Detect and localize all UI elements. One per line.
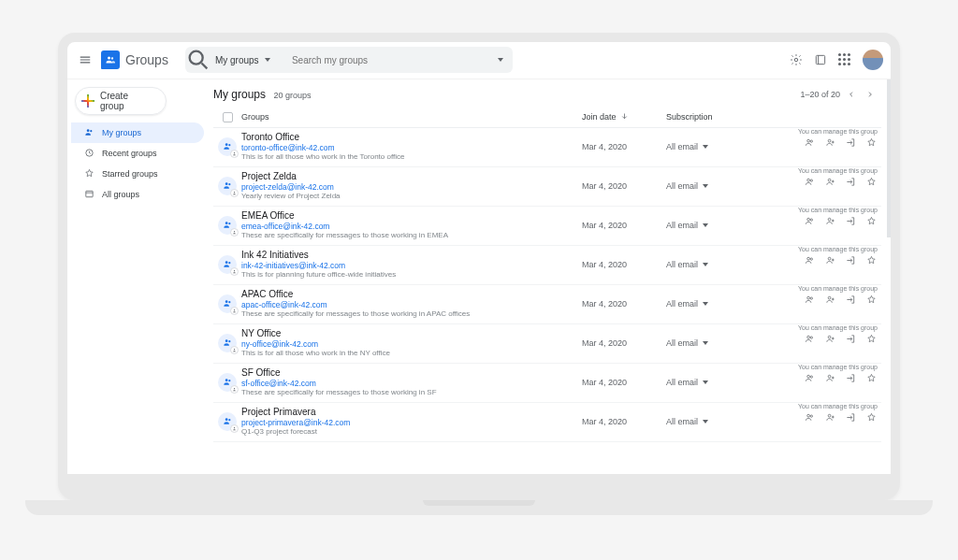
members-icon[interactable] bbox=[803, 372, 816, 385]
col-header-join-date[interactable]: Join date bbox=[582, 112, 666, 122]
join-date: Mar 4, 2020 bbox=[582, 246, 666, 284]
members-icon[interactable] bbox=[803, 176, 816, 189]
members-icon[interactable] bbox=[803, 215, 816, 228]
subscription-dropdown[interactable]: All email bbox=[666, 142, 708, 151]
table-row[interactable]: Project Zelda project-zelda@ink-42.com Y… bbox=[213, 167, 881, 207]
search-icon[interactable] bbox=[185, 47, 211, 73]
star-icon[interactable] bbox=[864, 372, 878, 385]
add-member-icon[interactable] bbox=[823, 333, 836, 346]
subscription-dropdown[interactable]: All email bbox=[666, 260, 708, 269]
svg-point-51 bbox=[225, 418, 227, 421]
star-icon[interactable] bbox=[864, 411, 878, 424]
table-row[interactable]: NY Office ny-office@ink-42.com This is f… bbox=[213, 324, 881, 364]
chevron-down-icon bbox=[703, 381, 708, 384]
sort-desc-icon bbox=[620, 112, 629, 122]
manage-hint: You can manage this group bbox=[798, 403, 878, 409]
add-member-icon[interactable] bbox=[823, 254, 836, 267]
members-icon[interactable] bbox=[803, 333, 816, 346]
star-icon[interactable] bbox=[864, 176, 878, 189]
search-filter-dropdown[interactable]: My groups bbox=[211, 55, 286, 65]
app-screen: Groups My groups bbox=[67, 42, 891, 474]
group-email[interactable]: project-primavera@ink-42.com bbox=[241, 418, 582, 428]
table-row[interactable]: Toronto Office toronto-office@ink-42.com… bbox=[213, 128, 881, 167]
help-icon[interactable] bbox=[808, 48, 833, 72]
members-icon[interactable] bbox=[803, 411, 816, 424]
add-member-icon[interactable] bbox=[823, 136, 836, 150]
group-email[interactable]: ny-office@ink-42.com bbox=[241, 339, 582, 350]
leave-group-icon[interactable] bbox=[844, 254, 857, 267]
group-email[interactable]: toronto-office@ink-42.com bbox=[241, 143, 582, 153]
leave-group-icon[interactable] bbox=[844, 215, 857, 228]
svg-point-15 bbox=[225, 182, 227, 185]
subscription-label: All email bbox=[666, 417, 698, 426]
search-input[interactable] bbox=[286, 55, 488, 65]
sidebar-item-all-groups[interactable]: All groups bbox=[71, 184, 204, 205]
sidebar-item-starred-groups[interactable]: Starred groups bbox=[71, 164, 204, 184]
sidebar-item-recent-groups[interactable]: Recent groups bbox=[71, 143, 204, 164]
owner-badge-icon bbox=[230, 267, 239, 276]
star-icon[interactable] bbox=[864, 136, 878, 150]
create-group-button[interactable]: Create group bbox=[75, 87, 167, 115]
leave-group-icon[interactable] bbox=[844, 176, 857, 189]
table-row[interactable]: Ink 42 Initiatives ink-42-initiatives@in… bbox=[213, 246, 881, 285]
group-email[interactable]: ink-42-initiatives@ink-42.com bbox=[241, 261, 582, 271]
add-member-icon[interactable] bbox=[823, 176, 836, 189]
group-email[interactable]: emea-office@ink-42.com bbox=[241, 222, 582, 232]
sidebar-item-my-groups[interactable]: My groups bbox=[71, 122, 204, 143]
leave-group-icon[interactable] bbox=[844, 372, 857, 385]
avatar[interactable] bbox=[863, 50, 883, 70]
add-member-icon[interactable] bbox=[823, 294, 836, 307]
apps-icon[interactable] bbox=[833, 48, 857, 72]
table-row[interactable]: EMEA Office emea-office@ink-42.com These… bbox=[213, 207, 881, 246]
add-member-icon[interactable] bbox=[823, 372, 836, 385]
leave-group-icon[interactable] bbox=[844, 333, 857, 346]
menu-icon[interactable] bbox=[73, 48, 97, 72]
subscription-dropdown[interactable]: All email bbox=[666, 417, 708, 426]
table-row[interactable]: Project Primavera project-primavera@ink-… bbox=[213, 403, 881, 442]
pager-next[interactable] bbox=[863, 87, 878, 102]
manage-hint: You can manage this group bbox=[798, 246, 878, 252]
group-email[interactable]: project-zelda@ink-42.com bbox=[241, 182, 582, 193]
leave-group-icon[interactable] bbox=[844, 411, 857, 424]
table-row[interactable]: SF Office sf-office@ink-42.com These are… bbox=[213, 364, 881, 403]
members-icon[interactable] bbox=[803, 136, 816, 150]
svg-rect-4 bbox=[816, 55, 824, 64]
star-icon[interactable] bbox=[864, 215, 878, 228]
manage-hint: You can manage this group bbox=[798, 167, 878, 174]
scrollbar[interactable] bbox=[887, 79, 891, 474]
select-all-checkbox[interactable] bbox=[223, 112, 233, 122]
star-icon[interactable] bbox=[864, 254, 878, 267]
search-options-dropdown[interactable] bbox=[488, 58, 513, 62]
subscription-dropdown[interactable]: All email bbox=[666, 338, 708, 348]
members-icon[interactable] bbox=[803, 294, 816, 307]
settings-icon[interactable] bbox=[784, 48, 808, 72]
svg-point-2 bbox=[190, 51, 203, 65]
add-member-icon[interactable] bbox=[823, 411, 836, 424]
svg-point-11 bbox=[234, 152, 235, 153]
svg-point-40 bbox=[228, 340, 230, 342]
group-desc: These are specifically for messages to t… bbox=[241, 231, 582, 240]
col-header-subscription[interactable]: Subscription bbox=[666, 112, 741, 122]
col-header-groups[interactable]: Groups bbox=[241, 112, 582, 122]
laptop-notch bbox=[423, 500, 535, 506]
star-icon[interactable] bbox=[864, 333, 878, 346]
subscription-dropdown[interactable]: All email bbox=[666, 299, 708, 309]
leave-group-icon[interactable] bbox=[844, 136, 857, 150]
group-desc: These are specifically for messages to t… bbox=[241, 388, 582, 397]
svg-point-12 bbox=[806, 139, 809, 142]
leave-group-icon[interactable] bbox=[844, 294, 857, 307]
group-email[interactable]: sf-office@ink-42.com bbox=[241, 379, 582, 389]
group-email[interactable]: apac-office@ink-42.com bbox=[241, 300, 582, 310]
members-icon[interactable] bbox=[803, 254, 816, 267]
subscription-dropdown[interactable]: All email bbox=[666, 181, 708, 191]
svg-point-28 bbox=[228, 262, 230, 264]
subscription-dropdown[interactable]: All email bbox=[666, 378, 708, 387]
subscription-label: All email bbox=[666, 181, 698, 191]
table-row[interactable]: APAC Office apac-office@ink-42.com These… bbox=[213, 285, 881, 324]
pager-prev[interactable] bbox=[844, 87, 859, 102]
subscription-label: All email bbox=[666, 338, 698, 348]
laptop-frame: Groups My groups bbox=[58, 33, 900, 500]
add-member-icon[interactable] bbox=[823, 215, 836, 228]
star-icon[interactable] bbox=[864, 294, 878, 307]
subscription-dropdown[interactable]: All email bbox=[666, 221, 708, 230]
